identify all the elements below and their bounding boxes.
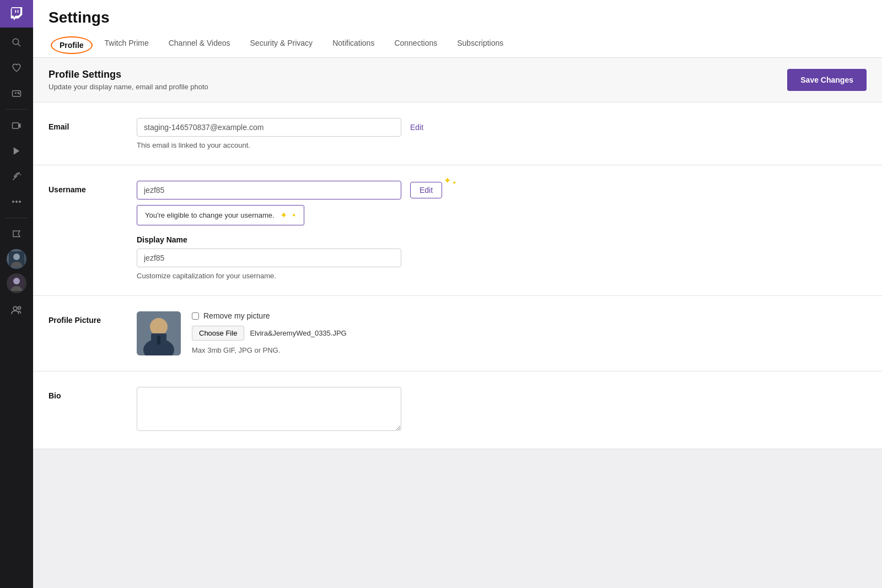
play-sidebar-icon[interactable] <box>0 138 33 164</box>
svg-point-27 <box>150 318 168 336</box>
sparkle-icon-1: ✦ <box>444 175 451 186</box>
sparkle-icon-2: ✦ <box>452 180 456 186</box>
display-name-label: Display Name <box>137 235 867 244</box>
profile-pic-row: Remove my picture Choose File Elvira&Jer… <box>137 311 867 355</box>
eligible-text: You're eligible to change your username. <box>145 211 275 219</box>
tab-channel-videos[interactable]: Channel & Videos <box>159 33 240 57</box>
svg-point-6 <box>19 93 20 94</box>
username-edit-button[interactable]: Edit <box>410 182 442 198</box>
choose-file-button[interactable]: Choose File <box>192 326 244 341</box>
pic-controls: Remove my picture Choose File Elvira&Jer… <box>192 311 347 354</box>
email-content: Edit This email is linked to your accoun… <box>137 118 867 149</box>
top-header: Settings Profile Twitch Prime Channel & … <box>33 0 882 58</box>
gamepad-sidebar-icon[interactable] <box>0 80 33 106</box>
remove-picture-row: Remove my picture <box>192 311 347 320</box>
remove-picture-label: Remove my picture <box>203 311 270 320</box>
svg-line-1 <box>18 44 20 46</box>
username-row: Username Edit ✦ ✦ You're eligible to cha… <box>33 165 882 296</box>
profile-pic-preview <box>137 311 181 355</box>
page-title: Settings <box>49 9 867 26</box>
tab-security-privacy[interactable]: Security & Privacy <box>240 33 323 57</box>
username-input[interactable] <box>137 181 401 199</box>
tab-profile-wrap: Profile <box>49 33 95 57</box>
profile-picture-row: Profile Picture <box>33 296 882 371</box>
tab-twitch-prime[interactable]: Twitch Prime <box>95 33 159 57</box>
svg-point-24 <box>13 306 17 310</box>
file-hint: Max 3mb GIF, JPG or PNG. <box>192 346 347 354</box>
svg-rect-7 <box>13 123 19 129</box>
profile-picture-label: Profile Picture <box>49 311 137 355</box>
tab-subscriptions[interactable]: Subscriptions <box>447 33 513 57</box>
svg-rect-30 <box>157 336 160 344</box>
svg-point-22 <box>13 278 20 284</box>
display-name-hint: Customize capitalization for your userna… <box>137 272 867 280</box>
svg-marker-9 <box>14 147 20 155</box>
remove-picture-checkbox[interactable] <box>192 312 199 320</box>
tab-connections[interactable]: Connections <box>384 33 447 57</box>
sidebar <box>0 0 33 588</box>
bio-label: Bio <box>49 387 137 433</box>
wand-sidebar-icon[interactable] <box>0 164 33 189</box>
bio-content <box>137 387 867 433</box>
tab-notifications[interactable]: Notifications <box>322 33 384 57</box>
email-label: Email <box>49 118 137 149</box>
user-avatar-2[interactable] <box>7 273 26 293</box>
main-content: Settings Profile Twitch Prime Channel & … <box>33 0 882 588</box>
sidebar-divider-2 <box>6 218 28 218</box>
twitch-logo-icon <box>10 7 23 20</box>
twitch-logo[interactable] <box>0 0 33 28</box>
email-edit-link[interactable]: Edit <box>410 123 423 132</box>
video-sidebar-icon[interactable] <box>0 113 33 138</box>
username-content: Edit ✦ ✦ You're eligible to change your … <box>137 181 867 280</box>
edit-sparkle-container: Edit ✦ ✦ <box>410 182 442 198</box>
svg-point-19 <box>13 253 20 260</box>
display-name-input[interactable] <box>137 249 401 267</box>
svg-point-25 <box>18 306 21 309</box>
bio-row: Bio <box>33 371 882 449</box>
svg-line-10 <box>13 176 17 180</box>
email-row: Email Edit This email is linked to your … <box>33 103 882 165</box>
sparkle-icon-4: ✦ <box>292 212 296 218</box>
file-name: Elvira&JeremyWed_0335.JPG <box>250 329 346 337</box>
sparkle-icon-3: ✦ <box>280 210 287 220</box>
eligible-banner: You're eligible to change your username.… <box>137 205 304 225</box>
profile-pic-image <box>137 311 181 355</box>
file-input-row: Choose File Elvira&JeremyWed_0335.JPG <box>192 326 347 341</box>
email-input[interactable] <box>137 118 401 137</box>
flag-sidebar-icon[interactable] <box>0 222 33 247</box>
dots-sidebar-icon[interactable] <box>0 189 33 214</box>
username-label: Username <box>49 181 137 280</box>
content-area: Profile Settings Update your display nam… <box>33 58 882 449</box>
svg-point-16 <box>15 201 18 203</box>
users-sidebar-icon[interactable] <box>0 298 33 323</box>
section-subtitle: Update your display name, email and prof… <box>49 83 208 91</box>
save-changes-button[interactable]: Save Changes <box>787 69 867 91</box>
bio-textarea[interactable] <box>137 387 401 431</box>
svg-point-0 <box>13 39 19 45</box>
svg-point-17 <box>19 201 21 203</box>
user-avatar-1[interactable] <box>7 249 26 269</box>
sidebar-divider-1 <box>6 109 28 110</box>
heart-sidebar-icon[interactable] <box>0 55 33 80</box>
profile-picture-content: Remove my picture Choose File Elvira&Jer… <box>137 311 867 355</box>
tab-profile[interactable]: Profile <box>51 36 93 54</box>
section-title: Profile Settings <box>49 69 208 80</box>
profile-settings-header: Profile Settings Update your display nam… <box>33 58 882 103</box>
svg-point-15 <box>12 201 14 203</box>
search-sidebar-icon[interactable] <box>0 30 33 55</box>
tabs-nav: Profile Twitch Prime Channel & Videos Se… <box>49 33 867 57</box>
email-hint: This email is linked to your account. <box>137 141 867 149</box>
